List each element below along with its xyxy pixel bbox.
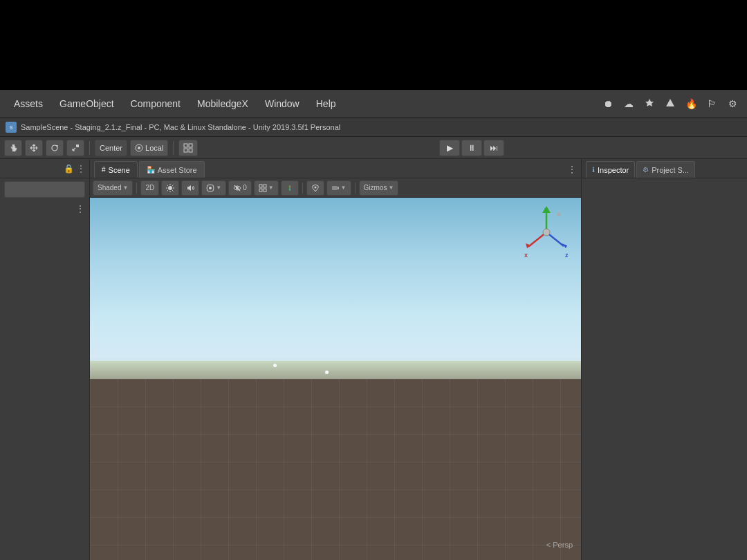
rotate-tool-button[interactable] xyxy=(46,140,64,156)
svg-rect-4 xyxy=(76,144,79,147)
unity-icon[interactable] xyxy=(663,96,678,111)
grid-dropdown-arrow: ▼ xyxy=(268,185,274,191)
tab-scene[interactable]: # Scene xyxy=(94,161,138,178)
scene-toolbar-sep-2 xyxy=(302,183,303,194)
scene-viewport[interactable]: x y z < Persp xyxy=(90,198,581,560)
2d-label: 2D xyxy=(145,184,154,192)
grid-dropdown-button[interactable]: ▼ xyxy=(254,180,279,196)
svg-rect-10 xyxy=(189,149,192,152)
svg-point-28 xyxy=(543,229,550,236)
svg-point-5 xyxy=(138,147,140,149)
pause-button[interactable]: ⏸ xyxy=(461,140,482,156)
settings-icon[interactable]: ⚙ xyxy=(725,96,740,111)
project-settings-tab-icon: ⚙ xyxy=(643,166,649,174)
asset-store-tab-label: Asset Store xyxy=(158,166,197,174)
cloud-icon[interactable]: ☁ xyxy=(621,96,636,111)
svg-rect-21 xyxy=(332,186,338,190)
move-tool-button[interactable] xyxy=(25,140,43,156)
snap-settings-button[interactable] xyxy=(306,180,324,196)
shading-mode-label: Shaded xyxy=(98,184,121,192)
scene-tab-icon: # xyxy=(102,166,106,174)
scene-tab-label: Scene xyxy=(109,166,130,174)
gizmos-dropdown-arrow: ▼ xyxy=(388,185,394,191)
scene-title-bar: S SampleScene - Staging_2.1.z_Final - PC… xyxy=(0,118,747,137)
scene-object-1 xyxy=(273,364,277,367)
shading-dropdown-arrow: ▼ xyxy=(122,185,128,191)
camera-dropdown-arrow: ▼ xyxy=(341,185,347,191)
inspector-panel: ℹ Inspector ⚙ Project S... xyxy=(581,159,747,560)
toolbar-separator-1 xyxy=(89,141,90,155)
svg-text:z: z xyxy=(565,252,569,259)
gizmo-svg: x y z xyxy=(519,205,574,260)
scene-title-text: SampleScene - Staging_2.1.z_Final - PC, … xyxy=(21,123,340,131)
scene-tabs-options-icon[interactable]: ⋮ xyxy=(567,164,577,178)
main-toolbar: Center Local ▶ ⏸ ⏭ xyxy=(0,137,747,159)
center-label: Center xyxy=(100,144,122,152)
tab-asset-store[interactable]: 🏪 Asset Store xyxy=(139,161,205,178)
svg-point-20 xyxy=(314,186,316,188)
hand-tool-button[interactable] xyxy=(4,140,22,156)
inspector-tab-label: Inspector xyxy=(598,166,629,174)
hierarchy-search[interactable] xyxy=(4,181,85,198)
menu-gameobject[interactable]: GameObject xyxy=(53,95,121,112)
svg-point-11 xyxy=(168,186,172,190)
effects-dropdown-arrow: ▼ xyxy=(216,185,221,191)
shading-mode-dropdown[interactable]: Shaded ▼ xyxy=(93,180,133,196)
3d-gizmo[interactable]: x y z xyxy=(519,205,574,260)
menu-component[interactable]: Component xyxy=(124,95,187,112)
asset-store-tab-icon: 🏪 xyxy=(147,166,155,174)
ship-icon[interactable] xyxy=(642,96,657,111)
scene-object-2 xyxy=(325,371,329,374)
hierarchy-menu-icon[interactable]: ⋮ xyxy=(77,164,85,174)
lighting-toggle-button[interactable] xyxy=(161,180,179,196)
scene-tabs: # Scene 🏪 Asset Store ⋮ xyxy=(90,159,581,178)
gizmos-label: Gizmos xyxy=(364,184,387,192)
svg-point-32 xyxy=(557,213,561,216)
record-icon[interactable]: ⏺ xyxy=(600,96,616,111)
occlusion-toggle-button[interactable]: 0 xyxy=(228,180,252,196)
center-button[interactable]: Center xyxy=(95,140,127,156)
project-settings-tab-label: Project S... xyxy=(652,166,689,174)
svg-rect-17 xyxy=(259,189,262,192)
2d-toggle-button[interactable]: 2D xyxy=(140,180,159,196)
scale-tool-button[interactable] xyxy=(66,140,84,156)
svg-rect-8 xyxy=(189,144,192,147)
svg-marker-0 xyxy=(666,99,674,106)
svg-point-3 xyxy=(52,145,57,151)
effects-toggle-button[interactable]: ▼ xyxy=(201,180,226,196)
tab-project-settings[interactable]: ⚙ Project S... xyxy=(636,161,695,178)
menu-bar: Assets GameObject Component MobiledgeX W… xyxy=(0,90,747,118)
local-button[interactable]: Local xyxy=(130,140,168,156)
play-button[interactable]: ▶ xyxy=(439,140,460,156)
svg-text:x: x xyxy=(524,252,528,259)
scene-view-container: # Scene 🏪 Asset Store ⋮ Shaded ▼ 2D xyxy=(90,159,581,560)
gizmo-tool-button[interactable] xyxy=(281,180,299,196)
menu-window[interactable]: Window xyxy=(258,95,306,112)
tab-inspector[interactable]: ℹ Inspector xyxy=(586,161,635,178)
hierarchy-options-icon[interactable]: ⋮ xyxy=(75,203,85,214)
inspector-tab-icon: ℹ xyxy=(592,166,595,174)
grid-tool-button[interactable] xyxy=(178,140,198,156)
audio-toggle-button[interactable] xyxy=(181,180,199,196)
step-button[interactable]: ⏭ xyxy=(483,140,504,156)
svg-text:S: S xyxy=(10,125,13,130)
flag-icon[interactable]: 🏳 xyxy=(704,96,719,111)
svg-rect-18 xyxy=(264,189,266,192)
inspector-tabs: ℹ Inspector ⚙ Project S... xyxy=(582,159,747,178)
toolbar-separator-2 xyxy=(173,141,174,155)
scene-toolbar-sep-3 xyxy=(355,183,356,194)
flame-icon[interactable]: 🔥 xyxy=(683,96,699,111)
menu-mobiledgex[interactable]: MobiledgeX xyxy=(190,95,255,112)
occlusion-label: 0 xyxy=(243,184,247,192)
menu-assets[interactable]: Assets xyxy=(7,95,50,112)
scene-toolbar: Shaded ▼ 2D xyxy=(90,178,581,198)
svg-rect-15 xyxy=(259,185,262,187)
local-label: Local xyxy=(145,144,163,152)
lock-icon[interactable]: 🔒 xyxy=(64,164,74,174)
camera-dropdown-button[interactable]: ▼ xyxy=(326,180,351,196)
gizmos-button[interactable]: Gizmos ▼ xyxy=(359,180,399,196)
toolbar-icons: ⏺ ☁ 🔥 🏳 ⚙ xyxy=(600,96,740,111)
persp-label: < Persp xyxy=(546,541,573,549)
svg-point-12 xyxy=(209,187,212,189)
menu-help[interactable]: Help xyxy=(309,95,343,112)
